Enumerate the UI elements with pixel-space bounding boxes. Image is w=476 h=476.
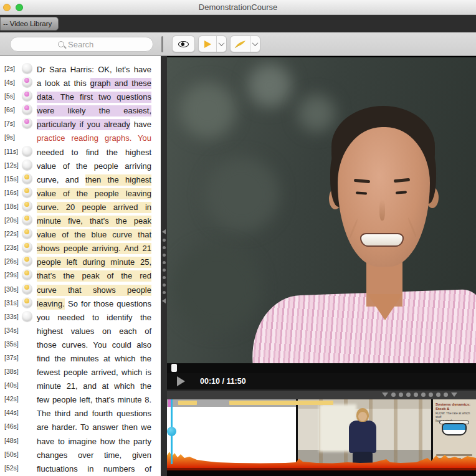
play-highlights-button[interactable] bbox=[199, 36, 216, 52]
transcript-row[interactable]: [52s]fluctuations in numbers of bbox=[0, 462, 161, 475]
seek-handle[interactable] bbox=[171, 364, 177, 372]
transcript-row[interactable]: [33s]you needed to identify the bbox=[0, 310, 161, 324]
transcript-row[interactable]: [29s]that's the peak of the red bbox=[0, 269, 161, 282]
transcript-row[interactable]: [40s]minute 21, and at which the bbox=[0, 379, 161, 393]
transcript-row[interactable]: [9s]practice reading graphs. You bbox=[0, 131, 161, 145]
highlight-marker[interactable] bbox=[22, 242, 32, 252]
transcript-text[interactable]: you needed to identify the bbox=[37, 310, 151, 323]
play-options-dropdown[interactable] bbox=[216, 36, 226, 52]
divider-handle[interactable] bbox=[162, 229, 166, 303]
transcript-row[interactable]: [15s]curve, and then the highest bbox=[0, 173, 161, 186]
highlight-marker[interactable] bbox=[22, 269, 32, 280]
transcript-text[interactable]: fluctuations in numbers of bbox=[37, 462, 151, 474]
transcript-text[interactable]: leaving. So for those questions bbox=[37, 297, 151, 309]
transcript-text[interactable]: minute five, that's the peak bbox=[37, 214, 151, 226]
transcript-row[interactable]: [6s]were likely the easiest, bbox=[0, 103, 161, 117]
transcript-row[interactable]: [7s]particularly if you already have bbox=[0, 117, 161, 131]
transcript-text[interactable]: Dr Sara Harris: OK, let's have bbox=[37, 62, 151, 75]
highlight-marker[interactable] bbox=[22, 311, 32, 321]
playhead-line[interactable] bbox=[171, 399, 173, 464]
transcript-text[interactable]: curve, and then the highest bbox=[37, 173, 151, 185]
transcript-text[interactable]: data. The first two questions bbox=[37, 90, 151, 102]
highlight-marker[interactable] bbox=[22, 104, 32, 115]
transcript-row[interactable]: [46s]are harder. To answer then we bbox=[0, 420, 161, 434]
video-display[interactable] bbox=[167, 56, 476, 363]
transcript-row[interactable]: [26s]people left during minute 25, bbox=[0, 255, 161, 269]
highlight-marker[interactable] bbox=[22, 297, 32, 308]
transcript-row[interactable]: [30s]curve that shows people bbox=[0, 283, 161, 297]
transcript-text[interactable]: value of the blue curve that bbox=[37, 227, 151, 240]
transcript-text[interactable]: curve that shows people bbox=[37, 283, 151, 295]
transcript-text[interactable]: minute 21, and at which the bbox=[37, 379, 151, 391]
transcript-text[interactable]: curve. 20 people arrived in bbox=[37, 200, 151, 212]
highlight-marker[interactable] bbox=[22, 77, 32, 87]
transcript-text[interactable]: were likely the easiest, bbox=[37, 103, 151, 116]
highlight-marker[interactable] bbox=[22, 201, 32, 211]
highlight-marker[interactable] bbox=[22, 283, 32, 294]
transcript-text[interactable]: few people left, that's minute 8. bbox=[37, 393, 151, 405]
transcript-text[interactable]: practice reading graphs. You bbox=[37, 131, 151, 143]
highlighter-button[interactable] bbox=[231, 36, 250, 52]
divider-handle[interactable] bbox=[382, 393, 457, 397]
timeline-filmstrip[interactable]: Systems dynamics: Stock & FLOW: The rate… bbox=[167, 399, 476, 470]
transcript-row[interactable]: [50s]changes over time, given bbox=[0, 448, 161, 462]
seek-bar[interactable] bbox=[167, 363, 476, 373]
transcript-row[interactable]: [48s]have to imagine how the party bbox=[0, 434, 161, 448]
highlight-marker[interactable] bbox=[22, 146, 32, 156]
transcript-text[interactable]: find the minutes at which the bbox=[37, 351, 151, 364]
transcript-row[interactable]: [22s]value of the blue curve that bbox=[0, 227, 161, 241]
highlight-marker[interactable] bbox=[22, 159, 32, 170]
transcript-text[interactable]: particularly if you already have bbox=[37, 117, 151, 130]
transcript-text[interactable]: those curves. You could also bbox=[37, 338, 151, 350]
split-divider-vertical[interactable] bbox=[161, 56, 167, 476]
transcript-text[interactable]: highest values on each of bbox=[37, 324, 151, 336]
transcript-text[interactable]: The third and fourth questions bbox=[37, 406, 151, 419]
transcript-text[interactable]: value of the people arriving bbox=[37, 159, 151, 171]
tab-video-library[interactable]: -- Video Library bbox=[0, 17, 59, 31]
highlight-marker[interactable] bbox=[22, 214, 32, 225]
transcript-row[interactable]: [23s]shows people arriving. And 21 bbox=[0, 241, 161, 255]
transcript-row[interactable]: [35s]those curves. You could also bbox=[0, 338, 161, 351]
transcript-row[interactable]: [38s]fewest people arrived, which is bbox=[0, 365, 161, 379]
transcript-row[interactable]: [42s]few people left, that's minute 8. bbox=[0, 393, 161, 406]
highlight-marker[interactable] bbox=[22, 90, 32, 101]
highlight-marker[interactable] bbox=[22, 63, 32, 74]
transcript-row[interactable]: [5s]data. The first two questions bbox=[0, 90, 161, 103]
transcript-row[interactable]: [11s]needed to find the highest bbox=[0, 145, 161, 159]
highlight-marker[interactable] bbox=[22, 255, 32, 266]
transcript-row[interactable]: [34s]highest values on each of bbox=[0, 324, 161, 338]
transcript-row[interactable]: [12s]value of the people arriving bbox=[0, 159, 161, 173]
transcript-text[interactable]: shows people arriving. And 21 bbox=[37, 241, 151, 254]
transcript-text[interactable]: changes over time, given bbox=[37, 448, 151, 460]
transcript-text[interactable]: fewest people arrived, which is bbox=[37, 365, 151, 378]
transcript-text[interactable]: are harder. To answer then we bbox=[37, 420, 151, 432]
search-field[interactable] bbox=[10, 37, 153, 52]
search-input[interactable] bbox=[68, 40, 105, 49]
transcript-row[interactable]: [20s]minute five, that's the peak bbox=[0, 214, 161, 227]
timestamp-label: [11s] bbox=[4, 145, 22, 155]
transcript-text[interactable]: that's the peak of the red bbox=[37, 269, 151, 281]
timestamp-label: [48s] bbox=[4, 434, 22, 444]
highlight-marker[interactable] bbox=[22, 118, 32, 128]
play-button[interactable] bbox=[177, 376, 185, 386]
transcript-text[interactable]: value of the people leaving bbox=[37, 186, 151, 199]
transcript-text[interactable]: a look at this graph and these bbox=[37, 76, 151, 88]
playhead-knob[interactable] bbox=[167, 427, 176, 436]
transcript-row[interactable]: [16s]value of the people leaving bbox=[0, 186, 161, 200]
transcript-row[interactable]: [31s]leaving. So for those questions bbox=[0, 297, 161, 310]
transcript-text[interactable]: have to imagine how the party bbox=[37, 434, 151, 447]
transcript-row[interactable]: [37s]find the minutes at which the bbox=[0, 351, 161, 365]
transcript-row[interactable]: [2s]Dr Sara Harris: OK, let's have bbox=[0, 62, 161, 76]
split-divider-horizontal[interactable] bbox=[167, 389, 476, 399]
highlight-marker[interactable] bbox=[22, 228, 32, 239]
visibility-button[interactable] bbox=[172, 36, 195, 52]
highlight-marker[interactable] bbox=[22, 187, 32, 198]
transcript-row[interactable]: [44s]The third and fourth questions bbox=[0, 406, 161, 420]
transcript-text[interactable]: needed to find the highest bbox=[37, 145, 151, 158]
transcript-row[interactable]: [18s]curve. 20 people arrived in bbox=[0, 200, 161, 214]
highlighter-options-dropdown[interactable] bbox=[250, 36, 260, 52]
transcript-text[interactable]: people left during minute 25, bbox=[37, 255, 151, 267]
highlight-marker[interactable] bbox=[22, 173, 32, 184]
timestamp-label: [38s] bbox=[4, 365, 22, 375]
transcript-row[interactable]: [4s]a look at this graph and these bbox=[0, 76, 161, 90]
